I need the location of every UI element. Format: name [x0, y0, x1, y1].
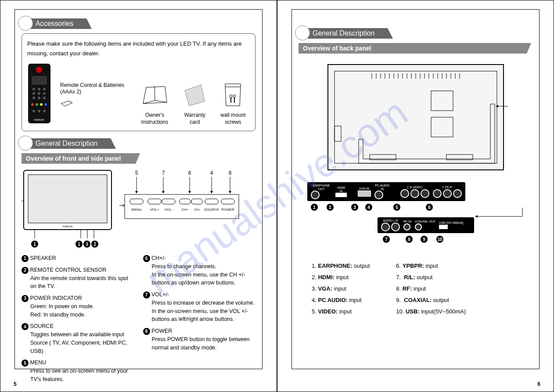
svg-rect-41: [130, 199, 143, 204]
svg-point-7: [38, 92, 40, 95]
port-item: 10. USB: input(5V⎓500mA): [396, 306, 466, 317]
svg-point-17: [38, 110, 40, 112]
item-source: 4 SOURCE Toggles between all the availab…: [22, 322, 134, 355]
item-power-indicator: 3 POWER INDICATOR Green: In power on mod…: [22, 294, 134, 319]
mark-2: 2: [91, 241, 98, 248]
svg-rect-55: [328, 65, 504, 170]
rca-jack-icon: [410, 189, 419, 198]
item-speaker: 1 SPEAKER: [22, 254, 134, 263]
vga-port-icon: [358, 191, 371, 197]
svg-rect-43: [162, 199, 175, 204]
general-title-right: General Description: [303, 28, 388, 39]
svg-text:6: 6: [188, 170, 191, 176]
svg-point-10: [38, 97, 40, 99]
svg-point-4: [38, 88, 40, 90]
page-left-inner: Accessories Please make sure the followi…: [14, 9, 263, 369]
mark-1: 1: [31, 241, 38, 248]
accessories-intro: Please make sure the following items are…: [27, 39, 250, 58]
card-icon: [183, 84, 207, 108]
booklet-icon: [140, 84, 170, 108]
battery-icon: [60, 100, 73, 108]
rca-jack-icon: [433, 189, 442, 198]
remote-control-item: FURRION: [27, 63, 51, 126]
warranty-item: Warranty card: [182, 84, 208, 126]
owners-item: Owner's Instructions: [136, 84, 173, 126]
svg-rect-42: [148, 199, 161, 204]
svg-text:5: 5: [135, 170, 138, 176]
port-item: 4. PC AUDIO: input: [312, 295, 370, 306]
header-circle: [295, 25, 310, 40]
general-header-right: General Description: [295, 26, 532, 39]
svg-rect-45: [191, 199, 202, 204]
svg-text:FURRION: FURRION: [34, 119, 44, 121]
svg-text:CH-: CH-: [194, 208, 201, 212]
item-remote-sensor: 2 REMOTE CONTROL SENSOR Aim the remote c…: [22, 266, 134, 291]
svg-point-13: [36, 103, 38, 106]
svg-text:CH+: CH+: [181, 208, 189, 212]
item-vol: 7 VOL+/- Press to increase or decrease t…: [143, 291, 256, 324]
back-panel-diagram: [324, 60, 508, 176]
rca-jack-icon: [421, 189, 429, 198]
screws-label: wall mount screws: [216, 112, 250, 126]
item-ch: 6 CH+/- Press to change channels. In the…: [143, 254, 256, 287]
svg-rect-2: [32, 76, 47, 85]
svg-text:MENU: MENU: [131, 208, 142, 212]
header-circle: [18, 136, 33, 151]
svg-text:VOL-: VOL-: [165, 208, 173, 212]
svg-text:FURRION: FURRION: [63, 225, 73, 228]
owners-label: Owner's Instructions: [136, 112, 173, 126]
svg-rect-46: [205, 199, 218, 204]
port-item: 6. YPBPR: input: [396, 260, 466, 272]
rca-jack-icon: [443, 189, 452, 198]
page-number-right: 6: [537, 381, 540, 387]
warranty-label: Warranty card: [182, 112, 208, 126]
rca-jack-icon: [400, 189, 409, 198]
rca-jack-icon: [391, 223, 400, 231]
rca-jack-icon: [381, 223, 390, 231]
mark-1b: 1: [76, 241, 83, 248]
port-item: 2. HDMI: input: [312, 272, 370, 283]
svg-point-9: [32, 97, 35, 99]
accessories-box: Please make sure the following items are…: [22, 33, 255, 131]
pc-audio-jack-icon: [374, 191, 383, 199]
strip2-arrow: [474, 205, 536, 232]
rf-jack-icon: [403, 223, 410, 230]
svg-point-12: [31, 103, 34, 106]
port-item: 9. COAXIAL: output: [396, 295, 466, 306]
port-strip-1-wrap: EARPHONE OUT HDMI IN VGA IN PC AUDIO IN: [307, 182, 465, 211]
screws-item: wall mount screws: [216, 82, 250, 126]
earphone-jack-icon: [311, 191, 320, 199]
rca-jack-icon: [453, 189, 462, 198]
port-list-right: 6. YPBPR: input 7. R/L: output 8. RF: in…: [396, 260, 466, 317]
usb-port-icon: [439, 225, 448, 229]
remote-icon: FURRION: [27, 63, 51, 124]
svg-text:7: 7: [162, 170, 165, 176]
port-strip-2-wrap: AUDIO L R RF IN COAXIAL OUT: [378, 217, 474, 243]
svg-text:4: 4: [210, 170, 213, 176]
svg-point-5: [43, 88, 46, 90]
front-panel-area: FURRION 1 1 3 2 5: [22, 168, 255, 248]
general-title-left: General Description: [26, 138, 111, 149]
page-spread: manualshive.com Accessories Please make …: [0, 0, 554, 392]
port-item: 7. R/L: output: [396, 272, 466, 283]
strip2-numbers: 7 8 9 10: [378, 236, 474, 243]
port-strip-2: AUDIO L R RF IN COAXIAL OUT: [378, 217, 474, 233]
front-panel-list: 1 SPEAKER 2 REMOTE CONTROL SENSOR Aim th…: [22, 254, 255, 387]
svg-point-8: [43, 92, 46, 95]
hdmi-port-icon: [335, 193, 347, 197]
svg-point-14: [40, 103, 43, 106]
page-number-left: 5: [14, 381, 17, 387]
port-strip-1: EARPHONE OUT HDMI IN VGA IN PC AUDIO IN: [307, 182, 465, 201]
svg-text:8: 8: [229, 170, 232, 176]
mark-3: 3: [83, 241, 90, 248]
page-left: Accessories Please make sure the followi…: [0, 0, 277, 392]
front-list-left: 1 SPEAKER 2 REMOTE CONTROL SENSOR Aim th…: [22, 254, 134, 387]
item-menu: 5 MENU Press to see an on-screen menu of…: [22, 359, 134, 383]
page-right: General Description Overview of back pan…: [277, 0, 554, 392]
port-item: 3. VGA: input: [312, 283, 370, 295]
port-item: 1. EARPHONE: output: [312, 260, 370, 272]
port-list-left: 1. EARPHONE: output 2. HDMI: input 3. VG…: [312, 260, 370, 317]
svg-rect-44: [180, 199, 191, 204]
page-right-inner: General Description Overview of back pan…: [291, 9, 540, 369]
tv-front-diagram: FURRION 1 1 3 2: [22, 168, 114, 248]
